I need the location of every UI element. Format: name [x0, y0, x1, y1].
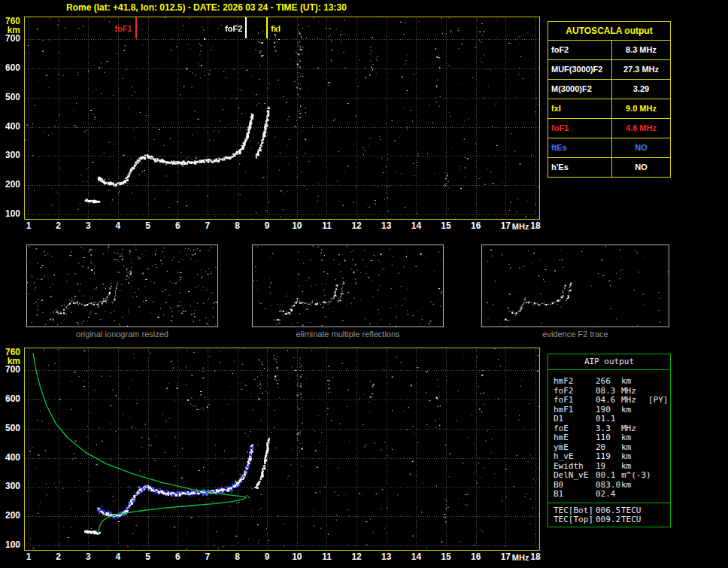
- aip-value: 01.1: [596, 415, 621, 424]
- thumbnail-box: [481, 245, 669, 327]
- autoscala-row-fxI: fxI9.0 MHz: [548, 99, 670, 119]
- aip-value: 110: [596, 433, 621, 443]
- aip-param: foF1: [554, 396, 596, 405]
- y-tick-label: 400: [0, 123, 20, 131]
- y-tick-label: 100: [0, 541, 20, 549]
- autoscala-value: 27.3 MHz: [612, 60, 670, 79]
- x-tick-label: 17: [501, 551, 511, 562]
- autoscala-param: foF2: [548, 41, 612, 59]
- y-tick-label: 500: [0, 93, 20, 102]
- aip-value: 04.6: [596, 396, 621, 405]
- x-tick-label: 4: [116, 551, 121, 562]
- autoscala-row-MUF(3000)F2: MUF(3000)F227.3 MHz: [548, 60, 670, 80]
- x-tick-label: 10: [292, 551, 302, 562]
- x-tick-label: 12: [351, 220, 361, 231]
- x-tick-label: 18: [530, 551, 540, 562]
- ionogram-canvas-bottom: [25, 348, 539, 550]
- aip-row-hmE: hmE110km: [554, 433, 670, 443]
- aip-value: 266: [596, 377, 621, 387]
- aip-value: 119: [596, 452, 621, 462]
- x-tick-label: 9: [265, 220, 270, 231]
- autoscala-row-M(3000)F2: M(3000)F23.29: [548, 80, 670, 99]
- x-tick-label: 11: [322, 551, 332, 562]
- autoscala-param: h'Es: [548, 158, 612, 177]
- aip-unit: [621, 490, 647, 500]
- aip-row-DelN_vE: DelN_vE00.1m^(-3): [554, 471, 670, 481]
- x-axis-unit: MHz: [512, 553, 529, 562]
- aip-unit: km: [621, 481, 647, 491]
- aip-row-D1: D101.1: [554, 415, 670, 424]
- autoscala-panel-title: AUTOSCALA output: [548, 22, 670, 41]
- x-tick-label: 8: [235, 551, 240, 562]
- y-tick-label: 400: [0, 454, 20, 462]
- x-tick-label: 3: [86, 220, 91, 231]
- autoscala-value: NO: [612, 138, 670, 157]
- aip-unit: km: [621, 433, 647, 443]
- ionogram-plot-bottom: [24, 348, 540, 551]
- aip-rows: hmF2266kmfoF208.3MHzfoF104.6MHz[PY]hmF11…: [548, 370, 670, 500]
- x-tick-label: 14: [411, 551, 421, 562]
- page-title: Rome (lat: +41.8, lon: 012.5) - DATE: 20…: [66, 2, 347, 13]
- x-tick-label: 9: [265, 551, 270, 562]
- y-tick-label: 300: [0, 151, 20, 159]
- thumbnail-box: [26, 245, 218, 327]
- aip-tec-row-TEC[Top]: TEC[Top]009.2TECU: [554, 515, 670, 525]
- x-tick-label: 5: [145, 551, 150, 562]
- autoscala-row-ftEs: ftEsNO: [548, 138, 670, 158]
- x-tick-label: 5: [145, 220, 150, 231]
- aip-param: DelN_vE: [554, 471, 596, 481]
- y-tick-label: 200: [0, 181, 20, 189]
- thumbnail-canvas-no-multiples: [253, 245, 443, 327]
- aip-panel-title: AIP output: [548, 354, 670, 370]
- thumbnail-no-multiples: eliminate multiple reflections: [252, 245, 444, 339]
- aip-row-hmF2: hmF2266km: [554, 377, 670, 387]
- aip-output-panel: AIP output hmF2266kmfoF208.3MHzfoF104.6M…: [548, 354, 671, 527]
- y-tick-label: 100: [0, 210, 20, 218]
- x-axis-unit: MHz: [512, 222, 529, 231]
- ionogram-panel-bottom: 760700600500400300200100km12345678910111…: [0, 346, 541, 568]
- aip-separator: [548, 503, 670, 503]
- y-tick-label: 700: [0, 366, 20, 374]
- autoscala-value: 9.0 MHz: [612, 99, 670, 118]
- x-tick-label: 12: [351, 551, 361, 562]
- x-tick-label: 1: [26, 220, 32, 231]
- thumbnail-caption: original ionogram resized: [26, 330, 218, 339]
- aip-note: [PY]: [648, 396, 669, 405]
- y-tick-label: 200: [0, 512, 20, 520]
- aip-tec-rows: TEC[Bot]006.5TECUTEC[Top]009.2TECU: [548, 505, 670, 525]
- aip-param: hmE: [554, 433, 596, 443]
- thumbnail-original-ionogram: original ionogram resized: [26, 245, 218, 339]
- aip-value: 02.4: [596, 490, 621, 500]
- ionogram-plot-top: foF1foF2fxI: [24, 17, 540, 220]
- autoscala-value: 4.6 MHz: [612, 119, 670, 138]
- autoscala-output-panel: AUTOSCALA output foF28.3 MHzMUF(3000)F22…: [548, 21, 671, 178]
- aip-value: 00.1: [596, 471, 621, 481]
- aip-unit: m^(-3): [621, 471, 651, 481]
- x-tick-label: 6: [175, 551, 180, 562]
- aip-unit: [621, 415, 647, 424]
- autoscala-param: M(3000)F2: [548, 80, 612, 99]
- x-tick-label: 2: [56, 551, 61, 562]
- autoscala-value: 8.3 MHz: [612, 41, 670, 59]
- autoscala-value: 3.29: [612, 80, 670, 99]
- x-tick-label: 1: [26, 551, 32, 562]
- x-tick-label: 17: [501, 220, 511, 231]
- aip-unit: km: [621, 405, 647, 415]
- thumbnail-f2-trace: evidence F2 trace: [481, 245, 669, 339]
- aip-param: D1: [554, 415, 596, 424]
- autoscala-param: ftEs: [548, 138, 612, 157]
- thumbnail-canvas-original: [27, 245, 217, 327]
- y-axis-unit: km: [0, 357, 20, 366]
- aip-row-B1: B102.4: [554, 490, 670, 500]
- y-tick-label: 700: [0, 35, 20, 43]
- aip-unit: km: [621, 377, 647, 387]
- x-tick-label: 11: [322, 220, 332, 231]
- ionogram-panel-top: foF1foF2fxI 760700600500400300200100km12…: [0, 15, 541, 242]
- x-tick-label: 18: [530, 220, 540, 231]
- x-tick-label: 15: [441, 551, 450, 562]
- autoscala-row-foF1: foF14.6 MHz: [548, 119, 670, 138]
- y-tick-label: 500: [0, 424, 20, 433]
- y-tick-label: 600: [0, 64, 20, 72]
- aip-param: h_vE: [554, 452, 596, 462]
- aip-unit: km: [621, 452, 647, 462]
